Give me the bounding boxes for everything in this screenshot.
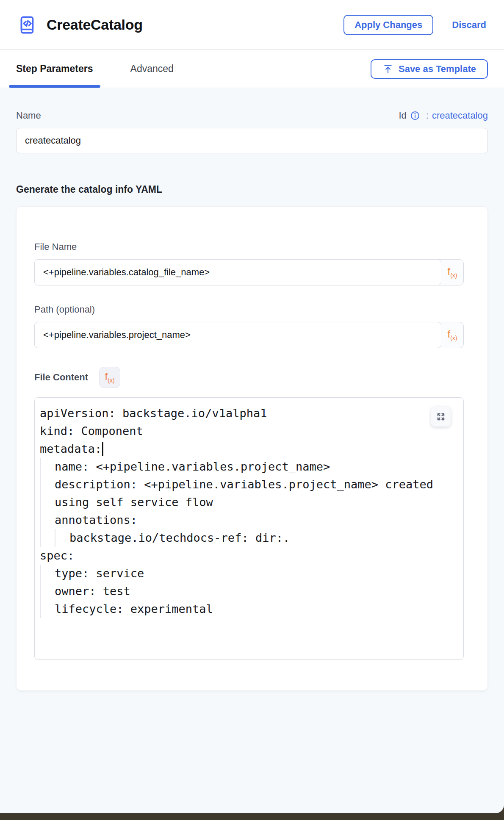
- code-line: apiVersion: backstage.io/v1alpha1: [40, 404, 458, 422]
- code-text: owner: test: [55, 582, 130, 600]
- step-config-panel: CreateCatalog Apply Changes Discard Step…: [0, 0, 504, 813]
- step-name-input[interactable]: [16, 128, 488, 153]
- indent-guide: [55, 529, 69, 547]
- code-line: spec:: [40, 547, 458, 565]
- discard-button[interactable]: Discard: [452, 19, 486, 30]
- tab-step-parameters[interactable]: Step Parameters: [16, 50, 93, 88]
- indent-guide: [40, 565, 55, 582]
- name-row: Name Id : createcatalog: [16, 110, 488, 121]
- code-text: type: service: [55, 565, 144, 582]
- file-content-header: File Content f(x): [34, 367, 464, 388]
- fx-expression-icon: f(x): [105, 371, 115, 383]
- file-name-fx-button[interactable]: f(x): [441, 260, 463, 285]
- id-label: Id: [399, 110, 406, 121]
- file-content-fx-button[interactable]: f(x): [99, 367, 120, 388]
- step-id-group: Id : createcatalog: [399, 110, 488, 121]
- indent-guide: [40, 458, 55, 476]
- file-name-field-group: f(x): [34, 259, 464, 285]
- step-parameters-content: Name Id : createcatalog Generate the cat…: [0, 88, 504, 813]
- indent-guide: [40, 493, 55, 511]
- fx-expression-icon: f(x): [448, 266, 457, 278]
- info-circle-icon[interactable]: [410, 111, 420, 121]
- indent-guide: [40, 511, 55, 529]
- indent-guide: [40, 600, 55, 618]
- code-lines: apiVersion: backstage.io/v1alpha1kind: C…: [40, 404, 458, 618]
- step-fields-card: File Name f(x) Path (optional) f(x): [16, 206, 488, 691]
- panel-header: CreateCatalog Apply Changes Discard: [0, 0, 504, 50]
- code-text: spec:: [40, 547, 74, 565]
- code-line: owner: test: [40, 582, 458, 600]
- code-line: annotations:: [40, 511, 458, 529]
- code-line: lifecycle: experimental: [40, 600, 458, 618]
- indent-guide: [40, 529, 55, 547]
- page-title: CreateCatalog: [47, 17, 343, 33]
- indent-guide: [40, 582, 55, 600]
- apply-changes-button[interactable]: Apply Changes: [343, 15, 433, 35]
- code-text: annotations:: [55, 511, 137, 529]
- file-name-field-block: File Name f(x): [34, 241, 464, 285]
- text-cursor: [102, 442, 103, 456]
- tab-advanced[interactable]: Advanced: [130, 50, 174, 88]
- code-line: description: <+pipeline.variables.projec…: [40, 476, 458, 493]
- code-text: backstage.io/techdocs-ref: dir:.: [69, 529, 290, 547]
- code-text: name: <+pipeline.variables.project_name>: [55, 458, 330, 476]
- code-scroll-icon: [16, 14, 37, 36]
- indent-guide: [40, 476, 55, 493]
- path-label: Path (optional): [34, 304, 464, 315]
- section-heading: Generate the catalog info YAML: [16, 184, 488, 195]
- file-content-editor[interactable]: apiVersion: backstage.io/v1alpha1kind: C…: [34, 397, 464, 660]
- code-line: kind: Component: [40, 422, 458, 440]
- save-as-template-label: Save as Template: [399, 64, 476, 75]
- file-name-label: File Name: [34, 241, 464, 252]
- code-text: using self service flow: [55, 493, 213, 511]
- code-line: type: service: [40, 565, 458, 582]
- code-line: backstage.io/techdocs-ref: dir:.: [40, 529, 458, 547]
- code-text: lifecycle: experimental: [55, 600, 213, 618]
- code-text: metadata:: [40, 440, 102, 458]
- code-line: using self service flow: [40, 493, 458, 511]
- step-id-value[interactable]: createcatalog: [432, 110, 488, 121]
- path-input[interactable]: [34, 322, 441, 348]
- tabs-bar: Step Parameters Advanced Save as Templat…: [0, 50, 504, 88]
- expand-editor-button[interactable]: [431, 407, 451, 427]
- code-line: name: <+pipeline.variables.project_name>: [40, 458, 458, 476]
- path-fx-button[interactable]: f(x): [441, 322, 463, 348]
- save-as-template-button[interactable]: Save as Template: [371, 59, 488, 79]
- id-colon: :: [426, 110, 429, 121]
- expand-arrows-icon: [436, 412, 446, 422]
- upload-arrow-icon: [382, 64, 393, 75]
- code-text: apiVersion: backstage.io/v1alpha1: [40, 404, 267, 422]
- fx-expression-icon: f(x): [448, 329, 457, 341]
- path-field-group: f(x): [34, 322, 464, 348]
- name-label: Name: [16, 110, 41, 121]
- code-text: description: <+pipeline.variables.projec…: [55, 476, 433, 493]
- file-name-input[interactable]: [34, 259, 441, 285]
- file-content-label: File Content: [34, 372, 88, 383]
- path-field-block: Path (optional) f(x): [34, 304, 464, 348]
- code-text: kind: Component: [40, 422, 143, 440]
- code-line: metadata:: [40, 440, 458, 458]
